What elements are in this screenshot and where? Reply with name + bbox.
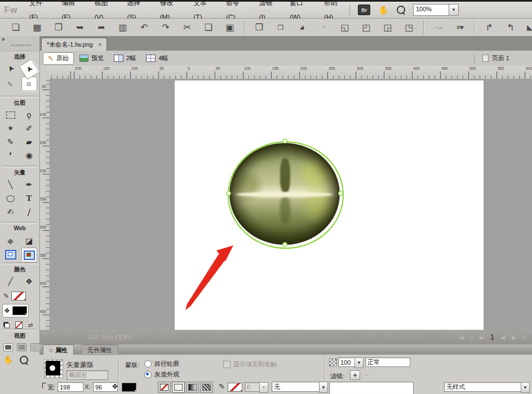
tab-preview[interactable]: 预览 [75, 53, 108, 64]
copy-icon[interactable]: ❑ [202, 20, 215, 35]
tab-properties[interactable]: ◇ 属性 [43, 344, 74, 355]
eyedropper-tool[interactable]: ╱ [3, 275, 18, 288]
selection-handle-top[interactable] [282, 138, 287, 144]
ungroup-icon[interactable]: ❒ [274, 20, 287, 35]
next-frame-button[interactable]: |▶ [511, 334, 516, 341]
blend-mode-field[interactable]: 正常 [365, 357, 410, 367]
play-button[interactable]: ▷ [469, 334, 473, 341]
cut-icon[interactable]: ✂ [180, 20, 194, 35]
join-icon[interactable]: ◕ [295, 20, 309, 35]
standard-screen-button[interactable] [3, 343, 13, 351]
scale-tool[interactable]: ⇔ [1, 73, 20, 93]
fill-none-button[interactable] [158, 382, 171, 393]
selection-handle-left[interactable] [226, 191, 231, 196]
split-icon[interactable]: ◔ [317, 20, 330, 35]
vertical-ruler[interactable]: 50100150200250300350400450 [39, 79, 50, 330]
radio-path-outline[interactable]: 路径轮廓 [144, 360, 179, 368]
convert-symbol-icon[interactable]: ↝ [432, 20, 445, 35]
rotate-ccw-icon[interactable]: ↱ [482, 20, 496, 35]
show-fill-stroke-checkbox[interactable]: 显示填充和笔触 [223, 360, 277, 369]
print-icon[interactable]: ▥ [116, 20, 130, 35]
panel-grip[interactable] [11, 44, 32, 46]
add-filter-button[interactable]: + [350, 370, 360, 380]
filters-list[interactable] [329, 382, 414, 394]
page-indicator-label[interactable]: 页面 1 [492, 54, 509, 62]
selection-handle-bottom[interactable] [282, 242, 287, 247]
style-dropdown-button[interactable]: ▼ [521, 382, 530, 393]
stroke-pencil-icon[interactable]: ✎ [3, 292, 9, 300]
radio-grayscale[interactable]: 灰度外观 [144, 370, 179, 379]
eraser-tool[interactable]: ▰ [22, 135, 37, 149]
knife-tool[interactable]: ❘ [20, 203, 38, 221]
group-icon[interactable]: ❒ [252, 20, 266, 35]
import-icon[interactable]: ➥ [73, 20, 87, 35]
tab-original[interactable]: ✎ 原始 [43, 52, 74, 65]
prev-frame-button[interactable]: ◀| [500, 334, 505, 341]
first-frame-button[interactable]: |◀ [459, 334, 463, 341]
toolbar-icon[interactable] [474, 21, 475, 34]
workspace[interactable] [50, 79, 532, 330]
width-field[interactable]: 198 [57, 382, 83, 392]
brush-tool[interactable]: ✐ [22, 122, 37, 135]
fill-gradient-button[interactable] [186, 382, 199, 393]
align-icon[interactable]: ≡▾ [453, 20, 467, 35]
stroke-color-swatch[interactable]: ▾ [11, 292, 26, 301]
fill-bucket-icon[interactable]: ❖ [112, 382, 118, 391]
stroke-category-field[interactable]: 无 [272, 382, 322, 392]
zoom-level-field[interactable]: 100% [413, 4, 449, 16]
hand-icon[interactable]: ✋ [378, 5, 389, 15]
collapse-panel-icon[interactable]: » [2, 36, 5, 42]
zoom-tool[interactable] [20, 356, 28, 364]
line-tool[interactable]: ╲ [3, 178, 18, 191]
tab-4up[interactable]: 4幅 [141, 53, 172, 64]
fill-color-swatch[interactable]: ▾ [122, 383, 136, 392]
remove-filter-button[interactable]: − [365, 371, 369, 378]
paint-bucket-tool[interactable]: ❖ [22, 275, 37, 288]
rotate-cw-icon[interactable]: ↰ [504, 20, 517, 35]
union-icon[interactable]: ◱ [338, 20, 352, 35]
style-field[interactable]: 无样式 [444, 382, 524, 392]
polygon-slice-tool[interactable]: ◪ [22, 234, 37, 248]
toolbar-icon[interactable] [423, 21, 424, 34]
panel-options-icon[interactable]: ◇ [49, 347, 53, 353]
save-icon[interactable]: ▦ [30, 20, 44, 35]
crop-tool[interactable]: ⌗ [21, 77, 37, 91]
full-screen-menus-button[interactable] [17, 343, 26, 351]
open-icon[interactable]: ❐ [52, 20, 65, 35]
magic-wand-tool[interactable]: ✶ [3, 122, 18, 135]
tab-symbol-properties[interactable]: 元件属性 [81, 344, 118, 355]
mask-shape-field[interactable]: 椭圆形 [66, 370, 108, 380]
intersect-icon[interactable]: ◰ [360, 20, 373, 35]
undo-icon[interactable]: ↶ [138, 20, 151, 35]
freeform-tool[interactable]: ✍ [3, 205, 18, 218]
magnifier-icon[interactable] [397, 6, 405, 14]
show-slices-tool[interactable] [21, 248, 37, 262]
stroke-category-dropdown[interactable]: ▼ [319, 382, 328, 393]
stroke-pencil-icon[interactable]: ✎ [219, 382, 225, 391]
pencil-tool[interactable]: ✎ [3, 135, 18, 149]
no-color-icon[interactable] [15, 321, 23, 329]
fill-bucket-icon[interactable]: ❖ [4, 307, 10, 315]
redo-icon[interactable]: ↷ [159, 20, 172, 35]
paste-icon[interactable]: ▣ [223, 20, 237, 35]
mask-thumbnail[interactable] [44, 359, 63, 378]
hand-tool[interactable]: ✋ [3, 355, 13, 364]
fill-color-swatch[interactable]: ▾ [12, 306, 27, 315]
last-frame-button[interactable]: ▶| [480, 334, 484, 341]
fill-pattern-button[interactable] [200, 382, 213, 393]
horizontal-ruler[interactable]: 2001501005005010015020025030035040045050… [50, 66, 532, 79]
stroke-color-swatch[interactable]: ▾ [228, 383, 242, 392]
close-tab-icon[interactable]: × [98, 41, 101, 48]
blur-tool[interactable]: ❜ [3, 149, 18, 162]
selection-handle-right[interactable] [338, 191, 343, 196]
flip-horizontal-icon[interactable]: ◣◢ [525, 20, 532, 35]
export-icon[interactable]: ➦ [95, 20, 108, 35]
marquee-tool[interactable] [3, 108, 18, 122]
fill-solid-button[interactable] [172, 382, 185, 393]
hotspot-tool[interactable]: ◆ [3, 234, 18, 248]
swap-colors-icon[interactable]: ⇄ [28, 322, 33, 328]
punch-icon[interactable]: ◲ [381, 20, 394, 35]
frame-number[interactable]: 1 [490, 333, 494, 341]
full-screen-button[interactable] [30, 343, 40, 351]
new-document-icon[interactable]: ❏ [9, 20, 23, 35]
